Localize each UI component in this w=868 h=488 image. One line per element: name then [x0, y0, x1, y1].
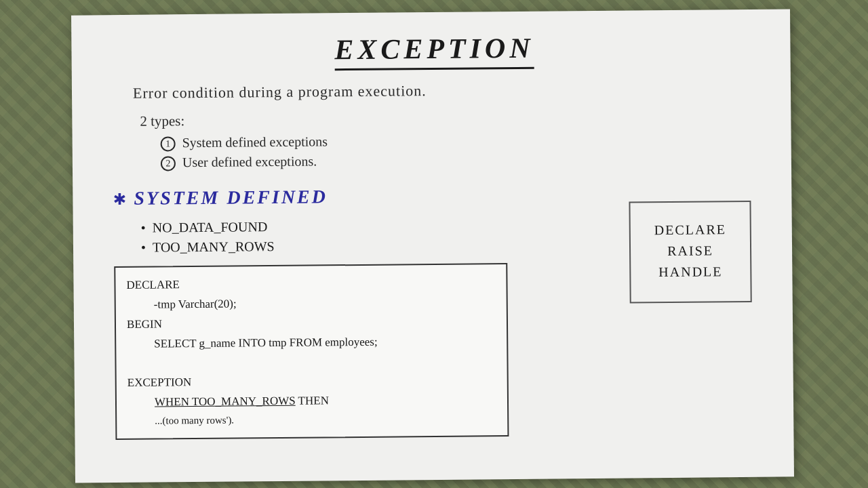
bullet-list: • NO_DATA_FOUND • TOO_MANY_ROWS	[141, 216, 609, 256]
bullet-label-2: TOO_MANY_ROWS	[153, 239, 275, 256]
code-line-tmp: -tmp Varchar(20);	[127, 292, 496, 315]
bullet-dot-2: •	[141, 241, 146, 254]
subtitle-text: Error condition during a program executi…	[133, 79, 757, 102]
code-line-when: WHEN TOO_MANY_ROWS THEN	[127, 390, 496, 413]
declare-raise-handle-box: DECLARE RAISE HANDLE	[629, 201, 751, 304]
code-block: DECLARE -tmp Varchar(20); BEGIN SELECT g…	[114, 263, 509, 440]
type-item-1: 1 System defined exceptions	[161, 130, 757, 152]
title-section: EXCEPTION	[112, 30, 756, 73]
type-2-label: User defined exceptions.	[182, 153, 317, 170]
left-content: ✱ SYSTEM DEFINED • NO_DATA_FOUND • TOO_M…	[113, 182, 610, 440]
page-title: EXCEPTION	[334, 32, 534, 71]
system-defined-title: SYSTEM DEFINED	[134, 186, 328, 209]
circle-num-1: 1	[161, 136, 176, 151]
bullet-item-1: • NO_DATA_FOUND	[141, 216, 609, 236]
declare-box-raise: RAISE	[644, 243, 736, 259]
code-line-begin: BEGIN	[127, 312, 496, 335]
circle-num-2: 2	[161, 156, 176, 171]
system-defined-header: ✱ SYSTEM DEFINED	[113, 182, 608, 211]
paper: EXCEPTION Error condition during a progr…	[71, 9, 794, 483]
code-line-select: SELECT g_name INTO tmp FROM employees;	[127, 331, 496, 354]
declare-box-handle: HANDLE	[644, 264, 736, 280]
bullet-dot-1: •	[141, 221, 146, 235]
bullet-label-1: NO_DATA_FOUND	[153, 219, 268, 235]
types-section: 2 types: 1 System defined exceptions 2 U…	[140, 108, 757, 172]
types-header: 2 types:	[140, 108, 757, 130]
right-sidebar: DECLARE RAISE HANDLE	[629, 180, 760, 435]
declare-box-declare: DECLARE	[644, 222, 736, 238]
type-1-label: System defined exceptions	[182, 134, 328, 150]
code-line-declare: DECLARE	[126, 272, 495, 296]
code-line-exception: EXCEPTION	[127, 371, 496, 394]
bullet-item-2: • TOO_MANY_ROWS	[141, 236, 609, 256]
star-icon: ✱	[113, 186, 125, 211]
code-line-print: ...(too many rows').	[127, 409, 496, 430]
code-line-blank	[127, 351, 496, 374]
type-item-2: 2 User defined exceptions.	[161, 150, 757, 172]
